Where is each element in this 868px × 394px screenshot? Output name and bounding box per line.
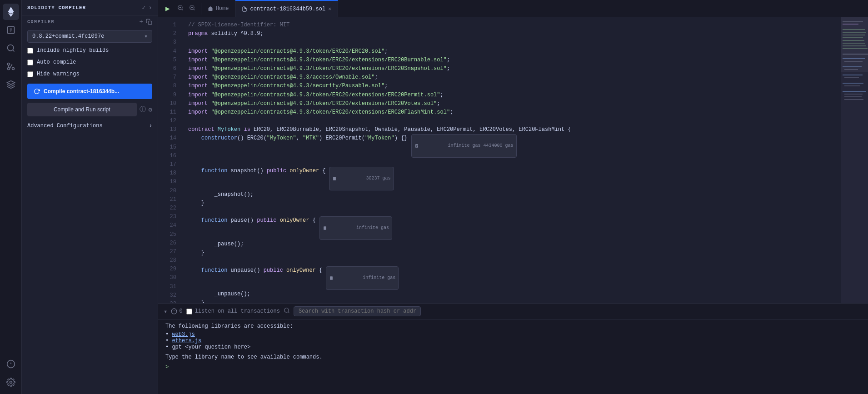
bullet-1: • <box>165 331 172 338</box>
tx-search-input[interactable] <box>294 306 421 316</box>
home-tab-icon <box>208 6 213 11</box>
svg-rect-39 <box>844 99 863 100</box>
copy-compiler-icon[interactable] <box>146 19 152 25</box>
advanced-config-row[interactable]: Advanced Configurations › <box>22 118 158 134</box>
compile-run-row: Compile and Run script ⓘ ⚙ <box>27 103 152 116</box>
tab-contract-close-icon[interactable]: ✕ <box>328 6 331 12</box>
hide-warnings-row: Hide warnings <box>22 68 158 80</box>
bullet-2: • <box>165 338 172 344</box>
compile-run-settings-icon[interactable]: ⚙ <box>149 106 152 114</box>
compile-run-label: Compile and Run script <box>54 106 110 113</box>
auto-compile-checkbox[interactable] <box>27 60 33 65</box>
bottom-panel: ▾ 0 listen on all transactions <box>158 303 868 394</box>
auto-compile-label: Auto compile <box>37 59 76 65</box>
git-activity-icon[interactable] <box>3 58 19 75</box>
tab-contract[interactable]: contract-1816344b59.sol ✕ <box>235 0 338 17</box>
svg-point-6 <box>10 381 12 384</box>
svg-rect-37 <box>844 94 863 95</box>
main-content: ▶ Home <box>158 0 868 394</box>
code-line-25: _unpause(); <box>181 290 841 299</box>
svg-rect-36 <box>843 91 866 92</box>
listen-checkbox-row: listen on all transactions <box>186 308 280 314</box>
search-activity-icon[interactable] <box>3 40 19 56</box>
code-line-24: function unpause() public onlyOwner { in… <box>181 266 841 290</box>
svg-rect-34 <box>843 83 863 84</box>
hide-warnings-checkbox[interactable] <box>27 71 33 77</box>
gas-badge-14: infinite gas 4434000 gas <box>411 134 517 158</box>
check-header-icon[interactable]: ✓ <box>142 4 145 11</box>
svg-rect-35 <box>844 85 860 86</box>
compile-button[interactable]: Compile contract-1816344b... <box>27 84 152 99</box>
line-numbers: 12345 678910 1112131415 1617181920 21222… <box>158 17 181 303</box>
version-select-wrapper: 0.8.22+commit.4fc1097e 0.8.21+commit.d99… <box>27 30 152 43</box>
minimap-visual <box>841 17 868 290</box>
expand-header-icon[interactable]: › <box>149 4 152 11</box>
bottom-search-icon[interactable] <box>284 307 290 315</box>
svg-rect-33 <box>844 77 859 78</box>
code-line-7: import "@openzeppelin/contracts@4.9.3/ac… <box>181 73 841 82</box>
prompt-symbol: > <box>165 364 169 370</box>
compile-refresh-icon <box>34 88 40 95</box>
files-activity-icon[interactable] <box>3 22 19 38</box>
svg-point-44 <box>284 308 289 312</box>
type-hint-text: Type the library name to see available c… <box>165 354 861 360</box>
listen-checkbox[interactable] <box>186 309 192 314</box>
code-line-23 <box>181 258 841 266</box>
code-line-5: import "@openzeppelin/contracts@4.9.3/to… <box>181 56 841 65</box>
prompt-line: > <box>165 364 861 370</box>
code-line-22: } <box>181 249 841 257</box>
tx-icon <box>171 308 177 314</box>
code-line-1: // SPDX-License-Identifier: MIT <box>181 21 841 30</box>
code-line-18: } <box>181 199 841 208</box>
sidebar-title: SOLIDITY COMPILER <box>27 5 86 10</box>
web3js-link[interactable]: web3.js <box>172 331 195 338</box>
run-icon[interactable]: ▶ <box>162 4 174 13</box>
activity-bar <box>0 0 22 394</box>
code-editor[interactable]: // SPDX-License-Identifier: MIT pragma s… <box>181 17 841 303</box>
code-line-3 <box>181 38 841 47</box>
tab-bar-controls: ▶ <box>158 3 201 15</box>
gas-badge-24: infinite gas <box>326 266 399 290</box>
code-line-9: import "@openzeppelin/contracts@4.9.3/to… <box>181 91 841 100</box>
tab-home[interactable]: Home <box>201 0 236 17</box>
code-line-26: } <box>181 299 841 303</box>
advanced-config-label: Advanced Configurations <box>27 123 103 129</box>
svg-line-14 <box>193 9 195 10</box>
code-line-11: import "@openzeppelin/contracts@4.9.3/to… <box>181 108 841 117</box>
code-line-16: function snapshot() public onlyOwner { 3… <box>181 167 841 190</box>
code-line-19 <box>181 208 841 216</box>
tx-count: 0 <box>171 308 182 314</box>
add-compiler-icon[interactable]: + <box>140 18 143 25</box>
svg-rect-38 <box>844 96 862 97</box>
gas-badge-16: 30237 gas <box>329 167 394 190</box>
code-line-12 <box>181 117 841 125</box>
listen-label: listen on all transactions <box>195 308 280 314</box>
tx-count-value: 0 <box>179 308 182 314</box>
include-nightly-checkbox[interactable] <box>27 48 33 54</box>
svg-point-3 <box>7 63 10 65</box>
code-line-8: import "@openzeppelin/contracts@4.9.3/se… <box>181 82 841 90</box>
code-line-10: import "@openzeppelin/contracts@4.9.3/to… <box>181 100 841 108</box>
compile-run-info-icon[interactable]: ⓘ <box>140 105 146 114</box>
debug-activity-icon[interactable] <box>3 356 19 372</box>
hide-warnings-label: Hide warnings <box>37 71 80 77</box>
zoom-in-icon[interactable] <box>175 3 185 15</box>
tab-bar: ▶ Home <box>158 0 868 17</box>
svg-rect-32 <box>843 75 863 75</box>
compile-button-label: Compile contract-1816344b... <box>44 88 119 95</box>
compiler-section-header: COMPILER + <box>22 15 158 28</box>
minimap <box>841 17 868 303</box>
version-select[interactable]: 0.8.22+commit.4fc1097e 0.8.21+commit.d99… <box>27 30 152 43</box>
gas-badge-20: infinite gas <box>319 216 392 240</box>
bottom-panel-toggle-icon[interactable]: ▾ <box>164 308 167 315</box>
settings-activity-icon[interactable] <box>3 374 19 390</box>
sidebar: SOLIDITY COMPILER ✓ › COMPILER + 0.8.22+… <box>22 0 158 394</box>
compile-run-button[interactable]: Compile and Run script <box>27 103 137 116</box>
ethereum-activity-icon[interactable] <box>3 4 19 20</box>
plugin-activity-icon[interactable] <box>3 76 19 93</box>
bottom-content: The following libraries are accessible: … <box>158 319 868 394</box>
zoom-out-icon[interactable] <box>187 3 197 15</box>
include-nightly-label: Include nightly builds <box>37 47 109 54</box>
ethersjs-link[interactable]: ethers.js <box>172 338 201 344</box>
contract-tab-icon <box>242 6 247 12</box>
